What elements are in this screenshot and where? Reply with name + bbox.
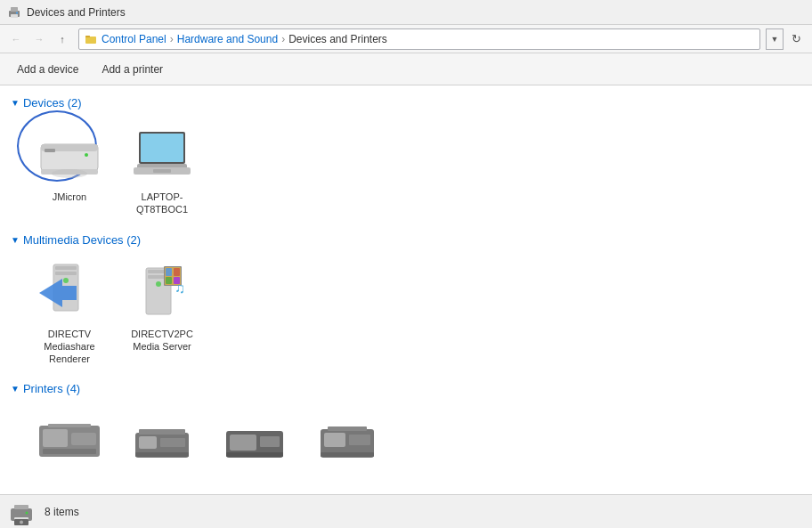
svg-point-25 xyxy=(156,281,161,287)
svg-rect-51 xyxy=(328,426,367,431)
svg-rect-35 xyxy=(71,433,96,445)
svg-rect-28 xyxy=(166,268,172,276)
back-button[interactable]: ← xyxy=(5,28,27,50)
svg-rect-46 xyxy=(226,452,283,457)
breadcrumb-current: Devices and Printers xyxy=(288,33,387,45)
status-count-text: 8 items xyxy=(45,506,79,518)
svg-rect-18 xyxy=(55,266,77,270)
up-button[interactable]: ↑ xyxy=(52,28,73,50)
multimedia-chevron-icon: ▼ xyxy=(11,235,20,245)
svg-rect-48 xyxy=(324,433,345,447)
printer-title-icon xyxy=(7,5,21,20)
device-printer2[interactable] xyxy=(118,402,207,483)
directv1-label: DIRECTV Mediashare Renderer xyxy=(29,328,110,366)
devices-grid: JMicron LAPTOP-QT8TBOC1 xyxy=(11,117,801,223)
svg-rect-13 xyxy=(141,134,183,162)
jmicron-label: JMicron xyxy=(53,191,87,203)
multimedia-grid: DIRECTV Mediashare Renderer xyxy=(11,254,801,372)
title-bar-text: Devices and Printers xyxy=(27,6,126,19)
printer1-icon xyxy=(37,409,102,473)
laptop-icon xyxy=(130,123,194,187)
devices-chevron-icon: ▼ xyxy=(11,98,20,108)
svg-rect-53 xyxy=(14,505,28,509)
device-printer3[interactable] xyxy=(210,402,299,483)
svg-rect-45 xyxy=(260,436,280,447)
device-laptop[interactable]: LAPTOP-QT8TBOC1 xyxy=(118,117,207,223)
svg-rect-16 xyxy=(153,169,171,173)
svg-rect-39 xyxy=(139,436,157,449)
device-directv1[interactable]: DIRECTV Mediashare Renderer xyxy=(25,254,114,372)
svg-rect-37 xyxy=(48,424,91,427)
printer2-icon xyxy=(130,409,194,473)
device-directv2[interactable]: ♫ DIRECTV2PC Media Server xyxy=(118,254,207,372)
svg-point-10 xyxy=(52,169,87,178)
main-content: ▼ Devices (2) JMicron xyxy=(0,85,812,494)
add-printer-button[interactable]: Add a printer xyxy=(92,57,173,82)
svg-point-20 xyxy=(63,278,69,283)
printers-section-title: Printers (4) xyxy=(23,382,80,395)
breadcrumb-hardware-sound[interactable]: Hardware and Sound xyxy=(177,33,278,45)
device-jmicron[interactable]: JMicron xyxy=(25,117,114,223)
svg-rect-41 xyxy=(135,452,189,457)
svg-rect-36 xyxy=(43,449,96,454)
printers-grid xyxy=(11,402,801,483)
status-printer-icon xyxy=(7,498,36,526)
devices-section-title: Devices (2) xyxy=(23,96,82,110)
svg-rect-4 xyxy=(85,37,96,44)
add-device-button[interactable]: Add a device xyxy=(7,57,88,82)
device-printer4[interactable] xyxy=(303,402,392,483)
svg-rect-1 xyxy=(11,7,18,12)
svg-rect-5 xyxy=(85,36,90,37)
svg-rect-34 xyxy=(43,429,68,447)
toolbar: Add a device Add a printer xyxy=(0,53,812,85)
printers-section-header[interactable]: ▼ Printers (4) xyxy=(11,382,801,395)
svg-text:♫: ♫ xyxy=(175,280,185,296)
jmicron-icon xyxy=(37,123,102,187)
forward-button[interactable]: → xyxy=(28,28,50,50)
printers-chevron-icon: ▼ xyxy=(11,384,20,394)
device-printer1[interactable] xyxy=(25,402,114,483)
title-bar: Devices and Printers xyxy=(0,0,812,25)
svg-rect-50 xyxy=(321,452,374,457)
nav-bar: ← → ↑ Control Panel › Hardware and Sound… xyxy=(0,25,812,53)
address-dropdown[interactable]: ▼ xyxy=(766,28,784,50)
directv2-icon: ♫ xyxy=(130,260,194,324)
svg-rect-29 xyxy=(174,268,180,276)
address-bar: Control Panel › Hardware and Sound › Dev… xyxy=(78,28,760,50)
refresh-button[interactable]: ↻ xyxy=(785,28,807,50)
svg-point-11 xyxy=(85,153,88,157)
multimedia-section-title: Multimedia Devices (2) xyxy=(23,233,141,247)
svg-point-57 xyxy=(20,520,23,524)
status-bar: 8 items xyxy=(0,494,812,528)
directv2-label: DIRECTV2PC Media Server xyxy=(122,328,202,353)
svg-point-55 xyxy=(26,511,28,514)
devices-section-header[interactable]: ▼ Devices (2) xyxy=(11,96,801,110)
svg-point-3 xyxy=(16,12,18,13)
svg-rect-2 xyxy=(11,14,18,18)
svg-rect-49 xyxy=(349,435,370,445)
svg-rect-19 xyxy=(55,272,77,275)
printer4-icon xyxy=(315,409,379,473)
svg-rect-8 xyxy=(45,149,55,152)
folder-icon xyxy=(85,33,97,45)
printer3-icon xyxy=(223,409,287,473)
svg-rect-42 xyxy=(139,429,185,435)
directv1-icon xyxy=(37,260,102,324)
multimedia-section-header[interactable]: ▼ Multimedia Devices (2) xyxy=(11,233,801,247)
breadcrumb-control-panel[interactable]: Control Panel xyxy=(102,33,166,45)
svg-rect-44 xyxy=(230,435,256,451)
svg-rect-30 xyxy=(166,277,172,284)
svg-rect-40 xyxy=(160,438,185,447)
laptop-label: LAPTOP-QT8TBOC1 xyxy=(122,191,202,216)
